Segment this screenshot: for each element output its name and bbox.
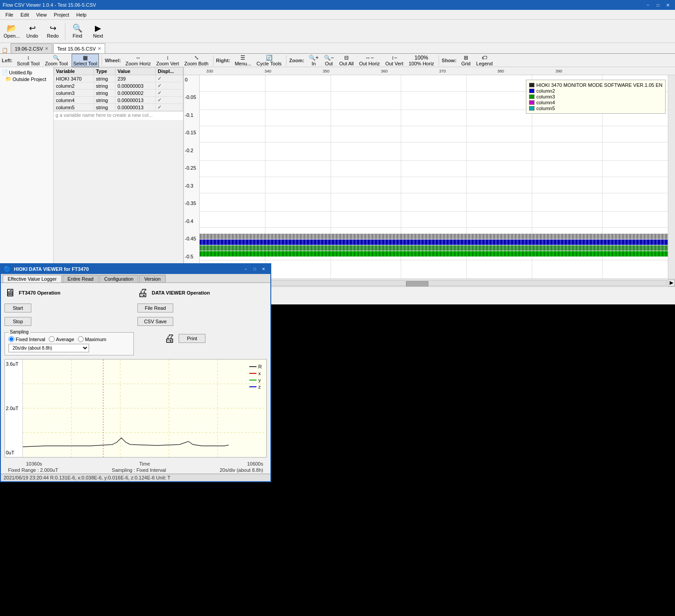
hioki-xaxis-label: Time [139, 461, 150, 466]
sidebar-outside-project[interactable]: 📁 Outside Project [2, 76, 51, 82]
hioki-xaxis: 10360s Time 10600s [4, 461, 267, 466]
menu-help[interactable]: Help [73, 10, 90, 19]
tab-csv1[interactable]: 19.06-2.CSV ✕ [11, 43, 52, 53]
hioki-chart-content: R x y z [23, 359, 266, 457]
zoom-both-btn[interactable]: ⤡ Zoom Both [183, 54, 210, 67]
cell-type: string [94, 90, 115, 97]
find-button[interactable]: 🔍 Find [68, 21, 87, 42]
open-button[interactable]: 📂 Open... [2, 21, 21, 42]
cell-variable: column2 [54, 82, 94, 90]
start-button[interactable]: Start [4, 304, 31, 312]
title-bar: Flow CSV Viewer 1.0.4 - Test 15.06-5.CSV… [0, 0, 675, 10]
zoom-vert-btn[interactable]: ↕ Zoom Vert [154, 54, 181, 67]
zoom-100-horiz-btn[interactable]: 100% 100% Horiz [407, 54, 436, 67]
csv-save-button[interactable]: CSV Save [137, 317, 173, 326]
table-row[interactable]: column3 string 0.00000002 ✓ [54, 90, 183, 97]
next-icon: ▶ [95, 24, 101, 32]
hioki-tab-version[interactable]: Version [139, 275, 166, 282]
cell-value: 239 [115, 75, 156, 82]
zoom-tool-btn[interactable]: 🔍 Zoom Tool [43, 54, 69, 67]
menu-tool-btn[interactable]: ☰ Menu... [233, 54, 253, 67]
sidebar-untitled-flp[interactable]: 📄 Untitled.flp [2, 69, 51, 76]
table-row[interactable]: column5 string 0.00000013 ✓ [54, 104, 183, 111]
file-read-button[interactable]: File Read [137, 304, 173, 312]
cell-type: string [94, 75, 115, 82]
add-variable-bar[interactable]: g a variable name here to create a new c… [54, 111, 183, 120]
zoom-out-horiz-btn[interactable]: ↔− Out Horiz [357, 54, 381, 67]
table-row[interactable]: HIOKI 3470 string 239 ✓ [54, 75, 183, 82]
scrollbar-thumb[interactable] [406, 281, 428, 287]
open-icon: 📂 [7, 24, 17, 32]
menu-project[interactable]: Project [50, 10, 73, 19]
grid-btn[interactable]: ⊞ Grid [459, 54, 473, 67]
hioki-minimize-btn[interactable]: − [242, 265, 250, 273]
cell-display: ✓ [156, 97, 183, 104]
print-button[interactable]: Print [179, 334, 205, 343]
tool-sep-4 [439, 55, 439, 66]
hioki-tab-effective[interactable]: Effective Value Logger [3, 275, 62, 282]
menu-file[interactable]: File [2, 10, 17, 19]
main-app-window: Flow CSV Viewer 1.0.4 - Test 15.06-5.CSV… [0, 0, 675, 304]
select-tool-btn[interactable]: ▦ Select Tool [72, 54, 99, 67]
stop-button[interactable]: Stop [4, 317, 31, 326]
undo-icon: ↩ [29, 24, 36, 32]
menu-view[interactable]: View [33, 10, 51, 19]
hioki-maximize-btn[interactable]: □ [251, 265, 259, 273]
tool-sep-1 [102, 55, 102, 66]
cell-value: 0.00000003 [115, 82, 156, 90]
app-title: Flow CSV Viewer 1.0.4 - Test 15.06-5.CSV [3, 2, 96, 8]
hioki-status-bar: 2021/06/19 23:20:44 R:0.131E-6, x:0.038E… [1, 474, 270, 481]
zoom-out-vert-btn[interactable]: ↕− Out Vert [384, 54, 405, 67]
zoom-out-btn[interactable]: 🔍− Out [322, 54, 336, 67]
scroll-right-btn[interactable]: ▶ [668, 279, 675, 287]
yaxis-m045: -0.45 [185, 236, 198, 241]
maximize-button[interactable]: □ [654, 1, 662, 9]
hioki-tab-entire[interactable]: Entire Read [63, 275, 98, 282]
sampling-group: Sampling Fixed Interval Average Maximum [4, 332, 134, 355]
table-row[interactable]: column4 string 0.00000013 ✓ [54, 97, 183, 104]
yaxis-m035: -0.35 [185, 201, 198, 206]
cell-value: 0.00000013 [115, 97, 156, 104]
hioki-legend-line-x [249, 373, 256, 374]
legend-item-col5: column5 [529, 106, 662, 111]
undo-button[interactable]: ↩ Undo [22, 21, 42, 42]
interval-dropdown[interactable]: 20s/div (about 8.8h) [9, 344, 89, 352]
minimize-button[interactable]: − [644, 1, 653, 9]
zoom-out-all-btn[interactable]: ⊟ Out All [338, 54, 355, 67]
next-button[interactable]: ▶ Next [88, 21, 108, 42]
zoom-horiz-btn[interactable]: ↔ Zoom Horiz [124, 54, 153, 67]
close-button[interactable]: ✕ [663, 1, 672, 9]
radio-maximum[interactable]: Maximum [78, 336, 107, 342]
tab-csv2-close[interactable]: ✕ [98, 46, 101, 51]
hioki-legend-line-r [249, 366, 256, 367]
tab-csv2[interactable]: Test 15.06-5.CSV ✕ [53, 43, 105, 53]
print-group: 🖨 Print [164, 332, 267, 345]
zoom-in-btn[interactable]: 🔍+ In [307, 54, 320, 67]
data-band-gray [200, 234, 668, 239]
data-viewer-label: DATA VIEWER Operation [152, 290, 210, 295]
redo-button[interactable]: ↪ Redo [43, 21, 63, 42]
hioki-data-viewer-window: 🔵 HIOKI DATA VIEWER for FT3470 − □ ✕ Eff… [0, 263, 271, 482]
hioki-close-btn[interactable]: ✕ [260, 265, 268, 273]
folder-icon: 📁 [5, 76, 12, 82]
table-row[interactable]: column2 string 0.00000003 ✓ [54, 82, 183, 90]
radio-fixed-interval[interactable]: Fixed Interval [9, 336, 45, 342]
chart-vertical-scrollbar[interactable] [668, 75, 675, 278]
cycle-tools-btn[interactable]: 🔄 Cycle Tools [255, 54, 283, 67]
menu-edit[interactable]: Edit [17, 10, 33, 19]
ft3470-label: FT3470 Operation [19, 290, 60, 295]
radio-average[interactable]: Average [49, 336, 74, 342]
legend-btn[interactable]: 🏷 Legend [474, 54, 495, 67]
col-type: Type [94, 68, 115, 75]
tool-strip: Left: ↕ Scroll Tool 🔍 Zoom Tool ▦ Select… [0, 54, 675, 67]
legend-item-col3: column3 [529, 94, 662, 99]
scroll-tool-btn[interactable]: ↕ Scroll Tool [15, 54, 42, 67]
left-label: Left: [2, 58, 13, 63]
hioki-legend-line-z [249, 386, 256, 387]
cell-type: string [94, 97, 115, 104]
yaxis-m015: -0.15 [185, 130, 198, 135]
hioki-tab-config[interactable]: Configuration [99, 275, 138, 282]
ruler-mark-380: 380 [497, 69, 504, 73]
project-tree-toggle[interactable]: 📋 [2, 47, 8, 53]
tab-csv1-close[interactable]: ✕ [45, 46, 48, 51]
